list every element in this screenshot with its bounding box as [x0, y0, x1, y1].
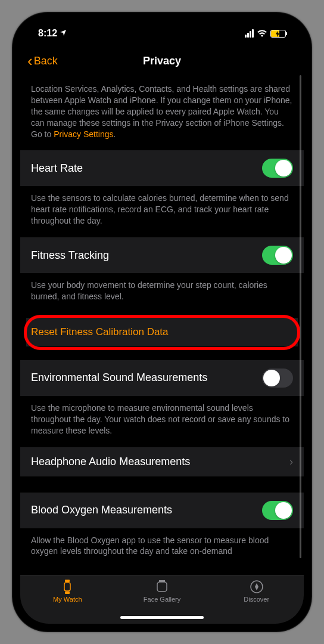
tab-discover-label: Discover — [244, 596, 269, 603]
env-sound-toggle[interactable] — [262, 369, 293, 388]
blood-oxygen-desc: Allow the Blood Oxygen app to use the se… — [20, 529, 304, 561]
status-time: 8:12 — [38, 28, 57, 39]
phone-screen: 8:12 ‹ Back Privacy — [20, 20, 304, 624]
reset-fitness-calibration-row[interactable]: Reset Fitness Calibration Data — [26, 318, 298, 347]
privacy-info-text: Location Services, Analytics, Contacts, … — [20, 75, 304, 150]
tab-my-watch-label: My Watch — [53, 596, 82, 603]
content-scroll[interactable]: Location Services, Analytics, Contacts, … — [20, 75, 304, 575]
fitness-tracking-row[interactable]: Fitness Tracking — [20, 237, 304, 274]
heart-rate-desc: Use the sensors to calculate calories bu… — [20, 187, 304, 237]
heart-rate-toggle[interactable] — [262, 159, 293, 178]
tab-face-gallery-label: Face Gallery — [144, 596, 180, 603]
battery-icon — [270, 30, 286, 38]
location-services-icon — [60, 29, 67, 38]
wifi-icon — [257, 29, 267, 38]
chevron-left-icon: ‹ — [27, 53, 33, 69]
svg-rect-0 — [64, 583, 70, 591]
status-right — [245, 29, 286, 38]
heart-rate-row[interactable]: Heart Rate — [20, 150, 304, 187]
blood-oxygen-toggle[interactable] — [262, 501, 293, 520]
heart-rate-label: Heart Rate — [31, 162, 83, 175]
svg-rect-1 — [65, 580, 70, 582]
env-sound-desc: Use the microphone to measure environmen… — [20, 397, 304, 447]
fitness-tracking-desc: Use your body movement to determine your… — [20, 274, 304, 313]
blood-oxygen-label: Blood Oxygen Measurements — [31, 504, 172, 516]
blood-oxygen-row[interactable]: Blood Oxygen Measurements — [20, 493, 304, 529]
headphone-audio-label: Headphone Audio Measurements — [31, 456, 190, 468]
env-sound-label: Environmental Sound Measurements — [31, 371, 207, 384]
tab-discover[interactable]: Discover — [209, 579, 304, 624]
back-label: Back — [34, 55, 58, 67]
tab-my-watch[interactable]: My Watch — [20, 579, 115, 624]
home-indicator[interactable] — [120, 616, 204, 619]
notch — [102, 20, 222, 38]
svg-rect-3 — [157, 582, 167, 592]
fitness-tracking-label: Fitness Tracking — [31, 249, 109, 262]
nav-bar: ‹ Back Privacy — [20, 47, 304, 75]
watch-icon — [60, 579, 75, 595]
cellular-signal-icon — [245, 29, 254, 38]
svg-rect-4 — [159, 580, 165, 582]
fitness-tracking-toggle[interactable] — [262, 246, 293, 265]
chevron-right-icon: › — [289, 456, 293, 468]
env-sound-row[interactable]: Environmental Sound Measurements — [20, 360, 304, 397]
scroll-indicator[interactable] — [300, 75, 301, 558]
page-title: Privacy — [143, 55, 181, 67]
headphone-audio-row[interactable]: Headphone Audio Measurements › — [20, 447, 304, 477]
highlight-annotation: Reset Fitness Calibration Data — [26, 318, 298, 347]
status-left: 8:12 — [38, 28, 67, 39]
back-button[interactable]: ‹ Back — [27, 53, 58, 69]
compass-icon — [249, 579, 264, 595]
reset-fitness-label: Reset Fitness Calibration Data — [31, 326, 169, 338]
privacy-settings-link[interactable]: Privacy Settings — [54, 129, 113, 139]
face-gallery-icon — [154, 579, 170, 595]
phone-frame: 8:12 ‹ Back Privacy — [12, 12, 312, 632]
svg-rect-2 — [65, 592, 70, 594]
